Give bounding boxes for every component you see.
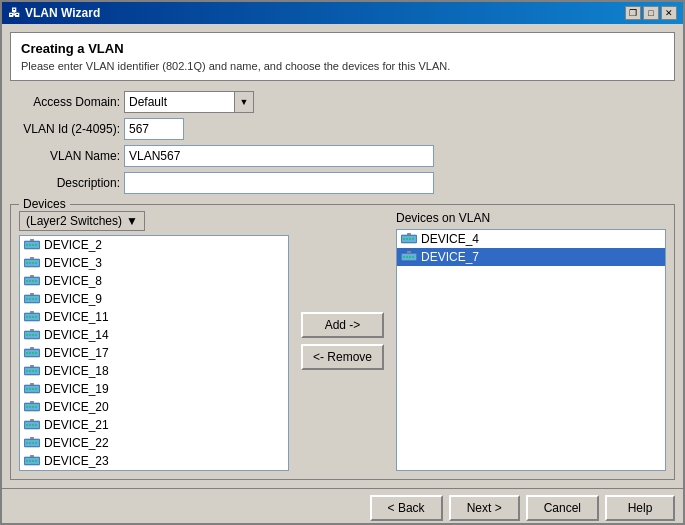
svg-point-81 (32, 442, 34, 444)
svg-point-9 (26, 262, 28, 264)
restore-button[interactable]: ❐ (625, 6, 641, 20)
list-item[interactable]: DEVICE_14 (20, 326, 288, 344)
svg-point-74 (32, 424, 34, 426)
list-item[interactable]: DEVICE_2 (20, 236, 288, 254)
svg-point-38 (29, 334, 31, 336)
list-item[interactable]: DEVICE_23 (20, 452, 288, 470)
svg-point-60 (32, 388, 34, 390)
header-subtitle: Please enter VLAN identifier (802.1Q) an… (21, 60, 664, 72)
available-devices-list[interactable]: DEVICE_2 DEVICE_3 DEVICE_8 DEVICE_9 DEVI… (19, 235, 289, 471)
vlan-devices-panel: Devices on VLAN DEVICE_4 DEVICE_7 (396, 211, 666, 471)
svg-point-65 (26, 406, 28, 408)
svg-point-103 (412, 256, 414, 258)
filter-label: (Layer2 Switches) (26, 214, 122, 228)
svg-point-46 (32, 352, 34, 354)
list-item[interactable]: DEVICE_17 (20, 344, 288, 362)
svg-point-95 (409, 238, 411, 240)
svg-point-25 (32, 298, 34, 300)
svg-point-10 (29, 262, 31, 264)
svg-point-16 (26, 280, 28, 282)
help-button[interactable]: Help (605, 495, 675, 521)
svg-rect-27 (30, 293, 34, 295)
svg-point-68 (35, 406, 37, 408)
svg-point-33 (35, 316, 37, 318)
svg-point-87 (29, 460, 31, 462)
maximize-button[interactable]: □ (643, 6, 659, 20)
vlan-id-input[interactable] (124, 118, 184, 140)
list-item[interactable]: DEVICE_11 (20, 308, 288, 326)
svg-rect-55 (30, 365, 34, 367)
svg-point-102 (409, 256, 411, 258)
header-section: Creating a VLAN Please enter VLAN identi… (10, 32, 675, 81)
vlan-id-label: VLAN Id (2-4095): (10, 122, 120, 136)
back-button[interactable]: < Back (370, 495, 443, 521)
svg-point-37 (26, 334, 28, 336)
list-item[interactable]: DEVICE_21 (20, 416, 288, 434)
access-domain-select[interactable]: Default (124, 91, 254, 113)
next-button[interactable]: Next > (449, 495, 520, 521)
list-item[interactable]: DEVICE_19 (20, 380, 288, 398)
form-section: Access Domain: Default ▼ VLAN Id (2-4095… (10, 87, 675, 198)
vlan-name-input[interactable] (124, 145, 434, 167)
list-item[interactable]: DEVICE_8 (20, 272, 288, 290)
access-domain-label: Access Domain: (10, 95, 120, 109)
svg-point-52 (29, 370, 31, 372)
description-input[interactable] (124, 172, 434, 194)
svg-point-59 (29, 388, 31, 390)
vlan-panel-label: Devices on VLAN (396, 211, 666, 225)
svg-point-30 (26, 316, 28, 318)
window-title: VLAN Wizard (25, 6, 100, 20)
svg-point-94 (406, 238, 408, 240)
svg-point-2 (26, 244, 28, 246)
list-item[interactable]: DEVICE_18 (20, 362, 288, 380)
header-title: Creating a VLAN (21, 41, 664, 56)
window-icon: 🖧 (8, 6, 20, 20)
devices-group: Devices (Layer2 Switches) ▼ DEVICE_2 (10, 204, 675, 480)
remove-button[interactable]: <- Remove (301, 344, 384, 370)
svg-point-61 (35, 388, 37, 390)
list-item[interactable]: DEVICE_3 (20, 254, 288, 272)
svg-rect-97 (407, 233, 411, 235)
svg-point-79 (26, 442, 28, 444)
close-button[interactable]: ✕ (661, 6, 677, 20)
svg-point-86 (26, 460, 28, 462)
svg-point-12 (35, 262, 37, 264)
svg-point-26 (35, 298, 37, 300)
filter-dropdown-button[interactable]: (Layer2 Switches) ▼ (19, 211, 145, 231)
svg-point-58 (26, 388, 28, 390)
svg-point-72 (26, 424, 28, 426)
vlan-wizard-window: 🖧 VLAN Wizard ❐ □ ✕ Creating a VLAN Plea… (0, 0, 685, 525)
access-domain-wrapper: Default ▼ (124, 91, 254, 113)
svg-point-51 (26, 370, 28, 372)
svg-point-93 (403, 238, 405, 240)
svg-point-80 (29, 442, 31, 444)
svg-point-24 (29, 298, 31, 300)
svg-point-18 (32, 280, 34, 282)
list-item[interactable]: DEVICE_20 (20, 398, 288, 416)
svg-point-40 (35, 334, 37, 336)
svg-rect-69 (30, 401, 34, 403)
svg-point-45 (29, 352, 31, 354)
add-button[interactable]: Add -> (301, 312, 384, 338)
svg-point-96 (412, 238, 414, 240)
list-item[interactable]: DEVICE_4 (397, 230, 665, 248)
svg-point-101 (406, 256, 408, 258)
svg-rect-76 (30, 419, 34, 421)
filter-arrow-icon: ▼ (126, 214, 138, 228)
vlan-devices-list[interactable]: DEVICE_4 DEVICE_7 (396, 229, 666, 471)
list-item[interactable]: DEVICE_22 (20, 434, 288, 452)
svg-point-23 (26, 298, 28, 300)
svg-rect-34 (30, 311, 34, 313)
svg-rect-20 (30, 275, 34, 277)
svg-point-11 (32, 262, 34, 264)
svg-point-88 (32, 460, 34, 462)
svg-point-17 (29, 280, 31, 282)
svg-point-44 (26, 352, 28, 354)
svg-point-82 (35, 442, 37, 444)
svg-point-75 (35, 424, 37, 426)
svg-point-66 (29, 406, 31, 408)
list-item[interactable]: DEVICE_7 (397, 248, 665, 266)
cancel-button[interactable]: Cancel (526, 495, 599, 521)
list-item[interactable]: DEVICE_9 (20, 290, 288, 308)
title-bar: 🖧 VLAN Wizard ❐ □ ✕ (2, 2, 683, 24)
